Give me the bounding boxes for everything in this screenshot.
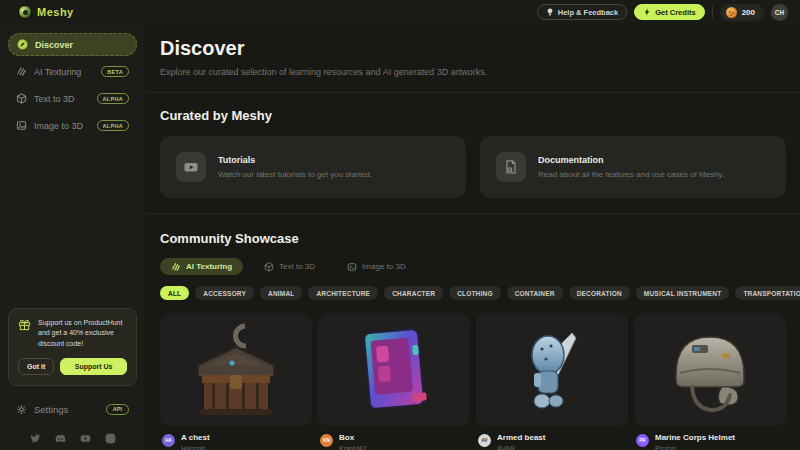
documentation-card[interactable]: Documentation Read about all the feature… bbox=[480, 136, 786, 198]
artwork-title[interactable]: Armed beast bbox=[497, 433, 545, 442]
showcase-tabs: AI Texturing Text to 3D Image to 3D bbox=[160, 258, 786, 275]
tab-image-to-3d[interactable]: Image to 3D bbox=[336, 258, 417, 275]
curated-card-desc: Read about all the features and use case… bbox=[538, 170, 724, 179]
tab-text-to-3d[interactable]: Text to 3D bbox=[253, 258, 326, 275]
credits-count: 200 bbox=[742, 8, 755, 17]
alpha-badge: ALPHA bbox=[97, 93, 129, 104]
user-avatar[interactable]: CH bbox=[771, 4, 788, 21]
sidebar-item-text-to-3d[interactable]: Text to 3D ALPHA bbox=[8, 87, 137, 110]
showcase-meta: HA A chest Hannah bbox=[160, 433, 312, 450]
lightning-bolt-icon bbox=[643, 8, 651, 16]
artwork-title[interactable]: Marine Corps Helmet bbox=[655, 433, 735, 442]
showcase-meta: KN Box Knight42 bbox=[318, 433, 470, 450]
artwork-author[interactable]: AVAR bbox=[497, 445, 545, 450]
showcase-meta: PR Marine Corps Helmet Proton bbox=[634, 433, 786, 450]
filter-architecture[interactable]: ARCHITECTURE bbox=[308, 286, 378, 300]
producthunt-promo-card: Support us on ProductHunt and get a 40% … bbox=[8, 308, 137, 387]
meshy-app: Meshy Help & Feedback Get Credits 200 CH bbox=[0, 0, 800, 450]
page-title: Discover bbox=[160, 24, 786, 60]
instagram-icon[interactable] bbox=[105, 430, 116, 441]
sidebar-spacer bbox=[8, 141, 137, 308]
category-filters: ALL ACCESSORY ANIMAL ARCHITECTURE CHARAC… bbox=[160, 286, 786, 300]
curated-card-title: Documentation bbox=[538, 155, 724, 165]
promo-text: Support us on ProductHunt and get a 40% … bbox=[38, 318, 127, 350]
sidebar-item-settings[interactable]: Settings API bbox=[8, 398, 137, 420]
brand-name: Meshy bbox=[37, 6, 74, 18]
tab-ai-texturing[interactable]: AI Texturing bbox=[160, 258, 243, 275]
help-feedback-button[interactable]: Help & Feedback bbox=[537, 4, 627, 20]
filter-animal[interactable]: ANIMAL bbox=[260, 286, 302, 300]
author-avatar[interactable]: KN bbox=[320, 434, 333, 447]
twitter-icon[interactable] bbox=[30, 430, 41, 441]
social-links bbox=[8, 430, 137, 441]
image-icon bbox=[16, 120, 27, 131]
armed-beast-thumbnail[interactable] bbox=[476, 313, 628, 426]
filter-clothing[interactable]: CLOTHING bbox=[449, 286, 501, 300]
filter-musical-instrument[interactable]: MUSICAL INSTRUMENT bbox=[636, 286, 730, 300]
youtube-play-icon bbox=[176, 152, 206, 182]
get-credits-label: Get Credits bbox=[655, 8, 695, 17]
tab-label: AI Texturing bbox=[186, 262, 232, 271]
sidebar-item-ai-texturing[interactable]: AI Texturing BETA bbox=[8, 60, 137, 83]
section-divider bbox=[145, 92, 800, 93]
texture-brush-icon bbox=[171, 262, 181, 272]
coin-icon bbox=[726, 7, 737, 18]
cube-icon bbox=[264, 262, 274, 272]
filter-container[interactable]: CONTAINER bbox=[507, 286, 563, 300]
sidebar-item-label: Text to 3D bbox=[34, 94, 90, 104]
cube-icon bbox=[16, 93, 27, 104]
curated-heading: Curated by Meshy bbox=[160, 108, 786, 123]
lightbulb-icon bbox=[546, 8, 554, 16]
get-credits-button[interactable]: Get Credits bbox=[634, 4, 704, 20]
got-it-button[interactable]: Got it bbox=[18, 358, 54, 375]
sidebar-item-image-to-3d[interactable]: Image to 3D ALPHA bbox=[8, 114, 137, 137]
sidebar-item-discover[interactable]: Discover bbox=[8, 33, 137, 56]
tutorials-card[interactable]: Tutorials Watch our latest tutorials to … bbox=[160, 136, 466, 198]
tab-label: Text to 3D bbox=[279, 262, 315, 271]
filter-decoration[interactable]: DECORATION bbox=[569, 286, 630, 300]
curated-card-desc: Watch our latest tutorials to get you st… bbox=[218, 170, 372, 179]
showcase-card: AV Armed beast AVAR bbox=[476, 313, 628, 450]
sidebar-item-label: AI Texturing bbox=[34, 67, 94, 77]
chest-thumbnail[interactable] bbox=[160, 313, 312, 426]
support-us-button[interactable]: Support Us bbox=[60, 358, 127, 375]
filter-all[interactable]: ALL bbox=[160, 286, 189, 300]
showcase-card: KN Box Knight42 bbox=[318, 313, 470, 450]
gift-icon bbox=[18, 318, 31, 331]
credits-balance[interactable]: 200 bbox=[720, 4, 764, 21]
beta-badge: BETA bbox=[101, 66, 129, 77]
filter-accessory[interactable]: ACCESSORY bbox=[195, 286, 254, 300]
author-avatar[interactable]: PR bbox=[636, 434, 649, 447]
gear-icon bbox=[16, 404, 27, 415]
sidebar-item-label: Image to 3D bbox=[34, 121, 90, 131]
youtube-icon[interactable] bbox=[80, 430, 91, 441]
filter-character[interactable]: CHARACTER bbox=[384, 286, 443, 300]
brand-logo[interactable]: Meshy bbox=[18, 5, 74, 19]
texture-brush-icon bbox=[16, 66, 27, 77]
artwork-author[interactable]: Knight42 bbox=[339, 445, 367, 450]
artwork-title[interactable]: A chest bbox=[181, 433, 210, 442]
document-search-icon bbox=[496, 152, 526, 182]
sidebar: Discover AI Texturing BETA Text to 3D AL… bbox=[0, 24, 145, 450]
showcase-card: HA A chest Hannah bbox=[160, 313, 312, 450]
author-avatar[interactable]: AV bbox=[478, 434, 491, 447]
box-thumbnail[interactable] bbox=[318, 313, 470, 426]
page-subtitle: Explore our curated selection of learnin… bbox=[160, 67, 786, 77]
author-avatar[interactable]: HA bbox=[162, 434, 175, 447]
help-feedback-label: Help & Feedback bbox=[558, 8, 618, 17]
curated-cards: Tutorials Watch our latest tutorials to … bbox=[160, 136, 786, 198]
topbar-actions: Help & Feedback Get Credits 200 CH bbox=[537, 4, 788, 21]
artwork-author[interactable]: Proton bbox=[655, 445, 735, 450]
sidebar-item-label: Discover bbox=[35, 40, 128, 50]
filter-transportation[interactable]: TRANSPORTATION bbox=[735, 286, 800, 300]
artwork-author[interactable]: Hannah bbox=[181, 445, 210, 450]
helmet-thumbnail[interactable] bbox=[634, 313, 786, 426]
tab-label: Image to 3D bbox=[362, 262, 406, 271]
artwork-title[interactable]: Box bbox=[339, 433, 367, 442]
showcase-meta: AV Armed beast AVAR bbox=[476, 433, 628, 450]
discord-icon[interactable] bbox=[55, 430, 66, 441]
discover-compass-icon bbox=[17, 39, 28, 50]
api-badge: API bbox=[106, 404, 129, 415]
alpha-badge: ALPHA bbox=[97, 120, 129, 131]
top-bar: Meshy Help & Feedback Get Credits 200 CH bbox=[0, 0, 800, 24]
